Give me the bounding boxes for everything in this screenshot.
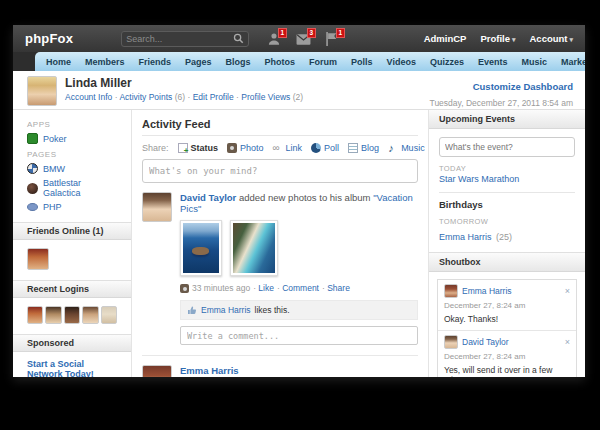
feed-user-link[interactable]: David Taylor — [180, 192, 236, 203]
event-link[interactable]: Star Wars Marathon — [439, 174, 575, 184]
comment-link[interactable]: Comment — [277, 283, 319, 293]
nav-polls[interactable]: Polls — [344, 57, 380, 67]
recent-login-avatar[interactable] — [82, 306, 98, 324]
feed-user-link[interactable]: Emma Harris — [180, 365, 239, 376]
admincp-link[interactable]: AdminCP — [424, 33, 467, 44]
share-blog[interactable]: Blog — [348, 143, 379, 153]
share-status[interactable]: Status — [178, 143, 219, 153]
phpfox-window: phpFox 1 3 1 AdminCP Profile — [13, 25, 585, 377]
emma-harris-avatar[interactable] — [444, 284, 458, 298]
recent-login-avatar[interactable] — [45, 306, 61, 324]
user-avatar[interactable] — [27, 76, 57, 106]
birthday-age: (25) — [496, 232, 512, 242]
activity-feed-title: Activity Feed — [142, 118, 418, 136]
liker-link[interactable]: Emma Harris — [201, 305, 251, 315]
feed-item-meta: 33 minutes ago Like Comment Share — [180, 283, 418, 293]
nav-blogs[interactable]: Blogs — [219, 57, 258, 67]
sidebar-item-poker[interactable]: Poker — [13, 131, 131, 146]
birthday-person-link[interactable]: Emma Harris — [439, 232, 492, 242]
emma-harris-avatar[interactable] — [142, 365, 172, 377]
account-menu[interactable]: Account — [529, 33, 573, 44]
like-link[interactable]: Like — [253, 283, 274, 293]
feed-action-text: added new photos to his album — [239, 192, 371, 203]
share-poll[interactable]: Poll — [311, 143, 339, 153]
nav-forum[interactable]: Forum — [302, 57, 344, 67]
recent-login-avatar[interactable] — [64, 306, 80, 324]
search-input[interactable] — [126, 34, 233, 44]
status-icon — [178, 143, 188, 153]
event-input[interactable] — [439, 137, 575, 157]
nav-home[interactable]: Home — [39, 57, 78, 67]
shout-user-link[interactable]: Emma Harris — [462, 286, 512, 296]
sidebar-item-php[interactable]: PHP — [13, 200, 131, 214]
nav-videos[interactable]: Videos — [380, 57, 423, 67]
messages-badge[interactable]: 3 — [307, 28, 317, 39]
search-icon[interactable] — [233, 33, 244, 44]
messages-icon[interactable]: 3 — [296, 32, 311, 46]
sidebar-item-battlestar[interactable]: Battlestar Galactica — [13, 176, 131, 200]
notifications-badge[interactable]: 1 — [336, 28, 346, 39]
sidebar-item-bmw[interactable]: BMW — [13, 161, 131, 176]
edit-profile-link[interactable]: Edit Profile — [187, 92, 233, 102]
sponsored-ad-title[interactable]: Start a Social Network Today! — [13, 352, 131, 377]
profile-views-link[interactable]: Profile Views — [236, 92, 290, 102]
account-info-link[interactable]: Account Info — [65, 92, 112, 102]
nav-friends[interactable]: Friends — [132, 57, 179, 67]
main-nav: Home Members Friends Pages Blogs Photos … — [35, 52, 585, 71]
php-icon — [27, 203, 38, 211]
nav-members[interactable]: Members — [78, 57, 132, 67]
battlestar-icon — [27, 183, 38, 194]
poll-icon — [311, 143, 321, 153]
nav-marketplace[interactable]: Marketplace — [554, 57, 585, 67]
shout-user-link[interactable]: David Taylor — [462, 337, 509, 347]
profile-strip: Linda Miller Account Info Activity Point… — [13, 71, 585, 109]
friend-requests-icon[interactable]: 1 — [267, 32, 282, 46]
close-icon[interactable] — [565, 286, 570, 296]
friend-requests-badge[interactable]: 1 — [278, 28, 288, 39]
caret-down-icon — [567, 33, 573, 44]
nav-photos[interactable]: Photos — [258, 57, 303, 67]
shout-text: Okay. Thanks! — [444, 314, 570, 324]
nav-pages[interactable]: Pages — [178, 57, 219, 67]
nav-events[interactable]: Events — [471, 57, 515, 67]
close-icon[interactable] — [565, 337, 570, 347]
share-link[interactable]: Link — [273, 143, 303, 153]
recent-login-avatar[interactable] — [101, 306, 117, 324]
share-music[interactable]: Music — [388, 143, 425, 153]
feed-timestamp: 33 minutes ago — [192, 283, 250, 293]
phpfox-logo[interactable]: phpFox — [25, 31, 73, 46]
comment-input[interactable] — [180, 326, 418, 345]
notifications-icon[interactable]: 1 — [325, 32, 340, 46]
activity-points-link[interactable]: Activity Points — [115, 92, 173, 102]
sponsored-header: Sponsored — [13, 334, 131, 352]
recent-login-avatar[interactable] — [27, 306, 43, 324]
photo-thumbnail[interactable] — [230, 220, 278, 276]
likes-box: Emma Harris likes this. — [180, 300, 418, 320]
photo-thumbnail[interactable] — [180, 220, 222, 276]
shoutbox-message: David Taylor December 27, 8:24 am Yes, w… — [438, 331, 576, 377]
customize-dashboard-link[interactable]: Customize Dashboard — [473, 81, 573, 92]
share-photo[interactable]: Photo — [227, 143, 264, 153]
search-box[interactable] — [121, 31, 249, 47]
activity-points-count: (6) — [175, 92, 185, 102]
user-name: Linda Miller — [65, 76, 303, 90]
friends-online-list — [13, 240, 131, 272]
nav-quizzes[interactable]: Quizzes — [423, 57, 471, 67]
share-label: Share: — [142, 143, 169, 153]
david-taylor-avatar[interactable] — [142, 192, 172, 222]
shoutbox-message: Emma Harris December 27, 8:24 am Okay. T… — [438, 280, 576, 331]
main-nav-row: Home Members Friends Pages Blogs Photos … — [13, 52, 585, 71]
friend-avatar[interactable] — [27, 248, 49, 270]
today-label: TODAY — [439, 164, 575, 173]
activity-feed-panel: Activity Feed Share: Status Photo Link P… — [132, 110, 428, 377]
share-link[interactable]: Share — [322, 283, 350, 293]
status-input[interactable] — [142, 159, 418, 183]
current-date: Tuesday, December 27, 2011 8:54 am — [430, 98, 573, 108]
david-taylor-avatar[interactable] — [444, 335, 458, 349]
left-sidebar: APPS Poker PAGES BMW Battlestar Galactic… — [13, 110, 132, 377]
profile-menu[interactable]: Profile — [480, 33, 515, 44]
shout-date: December 27, 8:24 am — [444, 301, 570, 310]
nav-music[interactable]: Music — [515, 57, 555, 67]
recent-logins-header: Recent Logins — [13, 280, 131, 298]
notification-icons: 1 3 1 — [267, 32, 340, 46]
